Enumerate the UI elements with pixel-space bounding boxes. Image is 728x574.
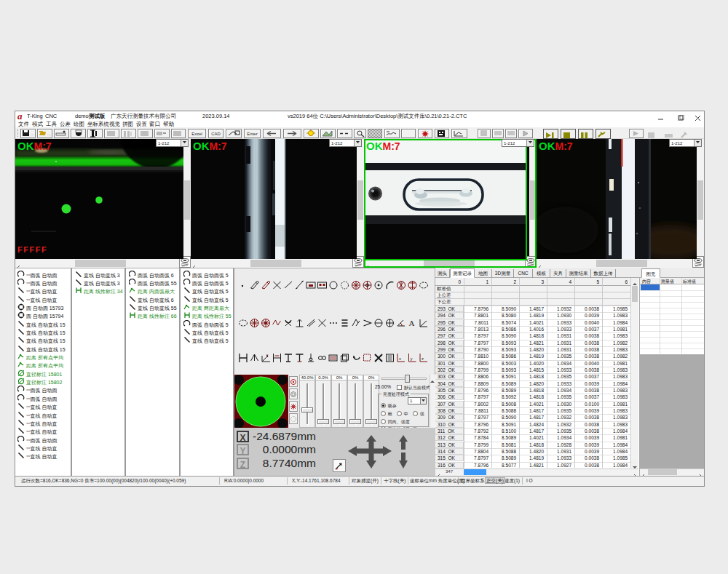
svg-text:FFFFF: FFFFF <box>17 245 47 254</box>
svg-text:x: x <box>266 353 269 357</box>
svg-text:y: y <box>411 356 413 361</box>
svg-text:A: A <box>409 319 415 327</box>
svg-text:...: ... <box>47 132 51 136</box>
svg-text:x: x <box>399 356 401 361</box>
svg-text:...: ... <box>31 132 34 136</box>
svg-text:z: z <box>422 356 424 361</box>
